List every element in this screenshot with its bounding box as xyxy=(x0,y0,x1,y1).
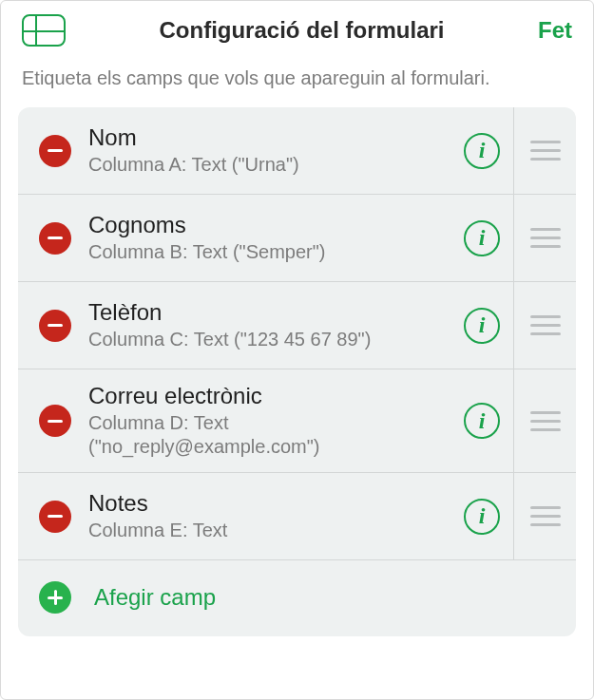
field-name: Cognoms xyxy=(88,212,460,238)
reorder-handle[interactable] xyxy=(513,473,576,559)
info-icon[interactable]: i xyxy=(464,308,500,344)
field-row: Correu electrònic Columna D: Text ("no_r… xyxy=(18,369,576,473)
field-row: Notes Columna E: Text i xyxy=(18,473,576,560)
field-detail: Columna A: Text ("Urna") xyxy=(88,153,460,177)
field-name: Correu electrònic xyxy=(88,383,460,409)
reorder-handle[interactable] xyxy=(513,282,576,369)
instruction-text: Etiqueta els camps que vols que aparegui… xyxy=(1,54,593,107)
info-icon[interactable]: i xyxy=(464,133,500,169)
done-button[interactable]: Fet xyxy=(538,17,572,44)
field-name: Notes xyxy=(88,490,460,517)
add-field-row[interactable]: Afegir camp xyxy=(18,560,576,636)
field-detail: Columna B: Text ("Semper") xyxy=(88,240,460,264)
info-icon[interactable]: i xyxy=(464,403,500,439)
reorder-handle[interactable] xyxy=(513,195,576,281)
add-field-label: Afegir camp xyxy=(94,584,216,611)
reorder-handle[interactable] xyxy=(513,369,576,472)
remove-field-button[interactable] xyxy=(39,222,71,255)
reorder-handle[interactable] xyxy=(513,107,576,194)
field-detail: Columna C: Text ("123 45 67 89") xyxy=(88,328,460,351)
remove-field-button[interactable] xyxy=(39,310,71,342)
remove-field-button[interactable] xyxy=(39,405,71,437)
field-row: Cognoms Columna B: Text ("Semper") i xyxy=(18,195,576,282)
field-detail: Columna E: Text xyxy=(88,519,460,542)
field-name: Telèfon xyxy=(88,299,460,326)
remove-field-button[interactable] xyxy=(39,501,71,533)
page-title: Configuració del formulari xyxy=(159,17,444,44)
field-name: Nom xyxy=(88,124,460,151)
info-icon[interactable]: i xyxy=(464,499,500,535)
field-row: Nom Columna A: Text ("Urna") i xyxy=(18,107,576,195)
field-row: Telèfon Columna C: Text ("123 45 67 89")… xyxy=(18,282,576,369)
remove-field-button[interactable] xyxy=(39,135,71,167)
field-list: Nom Columna A: Text ("Urna") i Cognoms C… xyxy=(18,107,576,636)
table-icon[interactable] xyxy=(22,14,66,47)
plus-icon[interactable] xyxy=(39,581,71,614)
field-detail: Columna D: Text ("no_reply@example.com") xyxy=(88,411,460,459)
info-icon[interactable]: i xyxy=(464,220,500,256)
